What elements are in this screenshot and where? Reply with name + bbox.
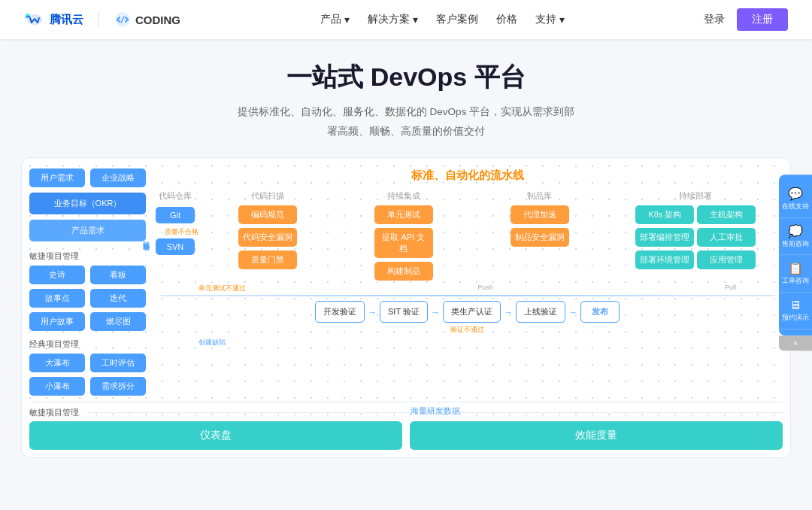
stage-arrow-2: → [431, 307, 440, 317]
diagram-inner: 用户需求 企业战略 业务目标（OKR） 产品需求 敏捷项目管理 史诗 看板 故事… [29, 168, 783, 396]
sidebar-demo[interactable]: 🖥 预约演示 [779, 293, 812, 329]
stage-online-verify: 上线验证 [516, 301, 565, 323]
box-epic: 史诗 [29, 266, 85, 284]
sidebar-label-1: 售前咨询 [782, 240, 809, 249]
hero-title: 一站式 DevOps 平台 [0, 60, 812, 95]
consult-icon: 💭 [788, 224, 803, 238]
pipeline-title: 标准、自动化的流水线 [152, 168, 783, 183]
box-burndown: 燃尽图 [90, 312, 146, 331]
stage-dev: 开发验证 [315, 301, 365, 323]
agile-bottom-title: 敏捷项目管理 [29, 407, 79, 418]
push-label: Push [477, 284, 493, 293]
box-app-mgmt: 应用管理 [697, 250, 756, 269]
arrow-line-bottom: 海量研发数据 [88, 412, 783, 413]
stage-prod-cert: 类生产认证 [443, 301, 501, 323]
create-defect-label: 创建缺陷 [152, 338, 783, 348]
logo-divider [98, 12, 99, 27]
box-code-vuln: 代码安全漏洞 [238, 228, 297, 247]
dashboard-button[interactable]: 仪表盘 [29, 421, 402, 450]
ci-col-header: 持续集成 [387, 190, 420, 202]
repo-col: 代码仓库 Git 质量不合格 SVN 代码关联事项 [152, 190, 198, 255]
login-button[interactable]: 登录 [704, 13, 725, 26]
logo-tencent[interactable]: 腾讯云 [24, 12, 83, 27]
sidebar-ticket[interactable]: 📋 工单咨询 [779, 256, 812, 293]
sidebar-presales[interactable]: 💭 售前咨询 [779, 218, 812, 256]
header-left: 腾讯云 CODING [24, 11, 180, 28]
chat-icon: 💬 [788, 187, 803, 201]
sidebar-close-btn[interactable]: × [779, 335, 812, 351]
bottom-section: 敏捷项目管理 海量研发数据 仪表盘 效能度量 [29, 402, 783, 450]
nav-item-support[interactable]: 支持 ▾ [535, 13, 565, 26]
box-waterfall: 大瀑布 [29, 354, 85, 372]
chevron-down-icon: ▾ [559, 14, 565, 26]
box-host-arch: 主机架构 [697, 205, 756, 224]
box-git: Git [156, 207, 195, 223]
note-quality: 质量不合格 [165, 227, 198, 237]
box-kanban: 看板 [90, 266, 146, 284]
artifact-col-header: 制品库 [527, 190, 552, 202]
box-deploy-mgmt: 部署编排管理 [635, 228, 694, 247]
classic-title: 经典项目管理 [29, 338, 146, 350]
demo-icon: 🖥 [789, 299, 801, 312]
nav-item-cases[interactable]: 客户案例 [436, 13, 478, 26]
left-panel: 用户需求 企业战略 业务目标（OKR） 产品需求 敏捷项目管理 史诗 看板 故事… [29, 168, 146, 396]
box-user-story: 用户故事 [29, 312, 85, 331]
data-metric-label: 海量研发数据 [411, 405, 460, 417]
stage-strip: 开发验证 → SIT 验证 → 类生产认证 → 上线验证 → 发布 [152, 301, 783, 323]
nav-item-price[interactable]: 价格 [496, 13, 517, 26]
scan-col: 代码扫描 编码规范 代码安全漏洞 质量门禁 [201, 190, 335, 269]
scan-col-header: 代码扫描 [251, 190, 284, 202]
agile-title: 敏捷项目管理 [29, 250, 146, 262]
sidebar-label-2: 工单咨询 [782, 278, 809, 287]
logo-coding[interactable]: CODING [114, 11, 180, 28]
cd-col-header: 持续部署 [679, 190, 712, 202]
pipeline-arrow-line [159, 295, 775, 296]
sidebar-label-3: 预约演示 [782, 314, 809, 323]
tencent-logo-text: 腾讯云 [50, 13, 83, 27]
pull-label: Pull [725, 284, 736, 293]
register-button[interactable]: 注册 [737, 8, 788, 31]
pipeline-cols-row: 代码仓库 Git 质量不合格 SVN 代码关联事项 代码扫描 编码规范 代码安全… [152, 190, 783, 281]
box-manhour: 工时评估 [90, 354, 146, 372]
box-svn: SVN [156, 238, 195, 255]
sidebar-online-support[interactable]: 💬 在线支持 [779, 181, 812, 218]
stage-sit: SIT 验证 [380, 301, 428, 323]
box-okr: 业务目标（OKR） [29, 193, 146, 214]
header: 腾讯云 CODING 产品 ▾ 解决方案 ▾ 客户案例 [0, 0, 812, 39]
coding-logo-text: CODING [135, 14, 180, 26]
right-sidebar: 💬 在线支持 💭 售前咨询 📋 工单咨询 🖥 预约演示 × [779, 175, 812, 335]
box-user-need: 用户需求 [29, 168, 85, 187]
box-proxy-accel: 代理加速 [511, 205, 569, 224]
box-quality-gate: 质量门禁 [238, 250, 297, 269]
bottom-data-row: 敏捷项目管理 海量研发数据 [29, 407, 783, 418]
bottom-btn-row: 仪表盘 效能度量 [29, 421, 783, 450]
sidebar-label-0: 在线支持 [782, 202, 809, 211]
hero-subtitle: 提供标准化、自动化、服务化、数据化的 DevOps 平台，实现从需求到部署高频、… [233, 102, 579, 141]
cd-col: 持续部署 K8s 架构 主机架构 部署编排管理 人工审批 部署环境管理 应用管理 [609, 190, 783, 269]
diagram-area: 用户需求 企业战略 业务目标（OKR） 产品需求 敏捷项目管理 史诗 看板 故事… [21, 157, 791, 458]
box-unit-test: 单元测试 [374, 205, 433, 224]
box-product-req: 产品需求 [29, 220, 146, 241]
box-story-point: 故事点 [29, 289, 85, 308]
main-pipeline: 标准、自动化的流水线 代码仓库 Git 质量不合格 SVN 代码关联事项 代码扫… [152, 168, 783, 351]
ticket-icon: 📋 [788, 262, 803, 276]
box-artifact-vuln: 制品安全漏洞 [511, 228, 569, 247]
box-env-mgmt: 部署环境管理 [635, 250, 694, 269]
header-right: 登录 注册 [704, 8, 788, 31]
hero-section: 一站式 DevOps 平台 提供标准化、自动化、服务化、数据化的 DevOps … [0, 39, 812, 153]
box-build-artifact: 构建制品 [374, 262, 433, 281]
performance-button[interactable]: 效能度量 [410, 421, 783, 450]
vert-code-link: 代码关联事项 [141, 235, 151, 303]
unit-fail-label: 单元测试不通过 [198, 284, 246, 293]
repo-col-header: 代码仓库 [159, 190, 192, 202]
stage-arrow-1: → [368, 307, 377, 317]
box-human-approve: 人工审批 [697, 228, 756, 247]
box-enterprise-strategy: 企业战略 [90, 168, 146, 187]
box-api-doc: 提取 API 文档 [374, 228, 433, 258]
box-k8s: K8s 架构 [635, 205, 694, 224]
box-small-waterfall: 小瀑布 [29, 377, 85, 396]
nav-item-product[interactable]: 产品 ▾ [320, 13, 350, 26]
nav-item-solution[interactable]: 解决方案 ▾ [368, 13, 418, 26]
stage-publish: 发布 [580, 301, 620, 323]
chevron-down-icon: ▾ [413, 14, 418, 26]
